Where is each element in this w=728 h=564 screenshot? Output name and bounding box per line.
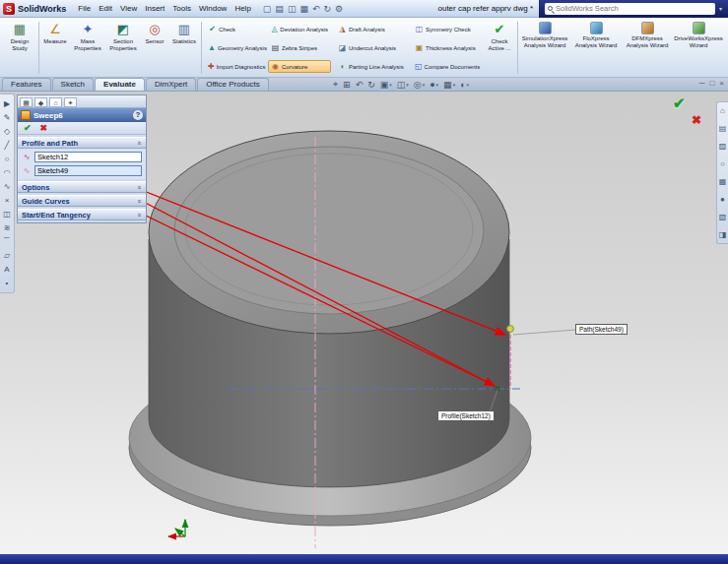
solidworks-resources-icon[interactable]: ⌂ xyxy=(720,106,725,115)
sketch-tool-icon[interactable]: ✎ xyxy=(2,112,13,123)
deviation-analysis-button[interactable]: ◬ Deviation Analysis xyxy=(268,23,331,35)
zebra-stripes-button[interactable]: ▤ Zebra Stripes xyxy=(268,41,331,54)
thickness-analysis-button[interactable]: ▣ Thickness Analysis xyxy=(412,41,481,54)
undo-icon[interactable]: ↶ xyxy=(312,2,320,16)
tab-sketch[interactable]: Sketch xyxy=(52,78,94,91)
pm-tab-featuremanager-icon[interactable]: ▦ xyxy=(20,97,33,107)
rebuild-icon[interactable]: ↻ xyxy=(323,2,331,16)
search-dropdown-icon[interactable]: ▾ xyxy=(719,5,722,12)
restore-document-icon[interactable]: □ xyxy=(709,79,714,88)
menu-help[interactable]: Help xyxy=(231,4,254,13)
pm-tab-dimxpertmanager-icon[interactable]: ✦ xyxy=(64,97,77,107)
arc-tool-icon[interactable]: ◠ xyxy=(2,167,13,178)
confirmation-cancel-icon[interactable]: ✖ xyxy=(692,113,701,127)
custom-properties-icon[interactable]: ▧ xyxy=(719,213,727,221)
zoom-fit-icon[interactable]: ⌖ xyxy=(333,79,338,90)
design-library-icon[interactable]: ▤ xyxy=(719,124,727,133)
view-settings-icon[interactable]: ◐▾ xyxy=(460,80,469,90)
check-active-button[interactable]: ✔ Check Active ... xyxy=(483,20,516,76)
dimension-tool-icon[interactable]: ◇ xyxy=(2,126,13,137)
appearances-icon[interactable]: ● xyxy=(720,195,725,204)
measure-button[interactable]: ∠ Measure xyxy=(40,20,70,76)
tab-features[interactable]: Features xyxy=(2,78,51,91)
tab-dimxpert[interactable]: DimXpert xyxy=(146,78,196,91)
section-guide-curves[interactable]: Guide Curves » xyxy=(18,195,146,207)
path-callout[interactable]: Path(Sketch49) xyxy=(575,324,628,335)
line-tool-icon[interactable]: ╱ xyxy=(2,140,13,151)
menu-view[interactable]: View xyxy=(116,4,141,13)
section-options[interactable]: Options » xyxy=(18,181,146,193)
tab-evaluate[interactable]: Evaluate xyxy=(95,78,145,91)
trim-tool-icon[interactable]: × xyxy=(2,195,13,206)
menu-tools[interactable]: Tools xyxy=(168,4,195,13)
mass-properties-button[interactable]: ✦ Mass Properties xyxy=(70,20,105,76)
point-tool-icon[interactable]: • xyxy=(2,278,13,288)
pm-tab-configurationmanager-icon[interactable]: ⌂ xyxy=(49,97,62,107)
new-document-icon[interactable]: ▢ xyxy=(263,2,272,16)
circle-tool-icon[interactable]: ○ xyxy=(2,154,13,164)
profile-callout[interactable]: Profile(Sketch12) xyxy=(437,410,495,421)
symmetry-check-button[interactable]: ◫ Symmetry Check xyxy=(412,23,481,35)
check-button[interactable]: ✔ Check xyxy=(205,23,264,35)
text-tool-icon[interactable]: A xyxy=(2,264,13,275)
search-input[interactable] xyxy=(556,4,712,13)
minimize-document-icon[interactable]: ─ xyxy=(699,79,705,88)
rotate-view-icon[interactable]: ↻ xyxy=(367,80,375,90)
symmetry-check-icon: ◫ xyxy=(415,25,424,34)
fillet-tool-icon[interactable]: ⌒ xyxy=(2,236,13,247)
floxpress-wizard-button[interactable]: FloXpress Analysis Wizard xyxy=(570,20,622,76)
mirror-tool-icon[interactable]: ◫ xyxy=(2,209,13,219)
menu-edit[interactable]: Edit xyxy=(95,4,116,13)
path-endpoint-marker[interactable] xyxy=(507,326,514,333)
file-explorer-icon[interactable]: ▨ xyxy=(719,142,727,151)
dfmxpress-wizard-button[interactable]: DFMXpress Analysis Wizard xyxy=(622,20,673,76)
profile-selection-input[interactable] xyxy=(34,152,142,162)
driveworksxpress-wizard-button[interactable]: DriveWorksXpress Wizard xyxy=(673,20,724,76)
geometry-analysis-button[interactable]: ▲ Geometry Analysis xyxy=(205,41,264,54)
options-gear-icon[interactable]: ⚙ xyxy=(335,2,343,16)
tab-office-products[interactable]: Office Products xyxy=(197,78,269,91)
select-tool-icon[interactable]: ▶ xyxy=(2,98,13,109)
statistics-button[interactable]: ▥ Statistics xyxy=(168,20,200,76)
hide-show-items-icon[interactable]: ◎▾ xyxy=(414,80,425,90)
print-icon[interactable]: ▦ xyxy=(299,2,308,16)
pm-tab-propertymanager-icon[interactable]: ◆ xyxy=(34,97,47,107)
spline-tool-icon[interactable]: ∿ xyxy=(2,181,13,192)
document-recovery-icon[interactable]: ◨ xyxy=(719,230,727,239)
menu-insert[interactable]: Insert xyxy=(141,4,168,13)
display-style-icon[interactable]: ◫▾ xyxy=(397,80,409,90)
section-properties-button[interactable]: ◩ Section Properties xyxy=(105,20,141,76)
import-diagnostics-button[interactable]: ✚ Import Diagnostics xyxy=(205,60,264,73)
close-document-icon[interactable]: × xyxy=(719,79,724,88)
sensor-button[interactable]: ◎ Sensor xyxy=(141,20,168,76)
menu-window[interactable]: Window xyxy=(195,4,231,13)
section-start-end-tangency[interactable]: Start/End Tangency » xyxy=(18,209,146,220)
simulationxpress-wizard-button[interactable]: SimulationXpress Analysis Wizard xyxy=(519,20,570,76)
design-study-button[interactable]: ▦ Design Study xyxy=(2,20,37,76)
compare-documents-button[interactable]: ◱ Compare Documents xyxy=(412,60,481,73)
view-orientation-icon[interactable]: ▣▾ xyxy=(380,80,392,90)
zoom-area-icon[interactable]: ⊞ xyxy=(343,80,351,90)
confirmation-ok-icon[interactable]: ✔ xyxy=(673,94,686,112)
path-selection-input[interactable] xyxy=(34,165,142,176)
save-icon[interactable]: ◫ xyxy=(288,2,297,16)
pm-ok-icon[interactable]: ✔ xyxy=(24,123,32,133)
help-icon[interactable]: ? xyxy=(133,110,143,120)
graphics-area[interactable]: ▶ ✎ ◇ ╱ ○ ◠ ∿ × ◫ ≋ ⌒ ▱ A • ▦ ◆ ⌂ ✦ xyxy=(0,92,728,554)
curvature-button[interactable]: ◉ Curvature xyxy=(268,60,331,73)
zebra-stripes-label: Zebra Stripes xyxy=(282,45,317,51)
plane-tool-icon[interactable]: ▱ xyxy=(2,250,13,261)
apply-scene-icon[interactable]: ▦▾ xyxy=(443,80,455,90)
section-profile-and-path[interactable]: Profile and Path « xyxy=(18,137,146,149)
edit-appearance-icon[interactable]: ●▾ xyxy=(430,80,438,90)
menu-file[interactable]: File xyxy=(74,4,95,13)
previous-view-icon[interactable]: ↶ xyxy=(356,80,364,90)
offset-tool-icon[interactable]: ≋ xyxy=(2,222,13,233)
parting-line-analysis-button[interactable]: ◖ Parting Line Analysis xyxy=(335,60,408,73)
open-document-icon[interactable]: ▤ xyxy=(275,2,284,16)
pm-cancel-icon[interactable]: ✖ xyxy=(40,123,48,133)
undercut-analysis-button[interactable]: ◪ Undercut Analysis xyxy=(335,41,408,54)
search-pane-icon[interactable]: ○ xyxy=(720,159,725,168)
view-palette-icon[interactable]: ▦ xyxy=(719,177,727,186)
draft-analysis-button[interactable]: ◮ Draft Analysis xyxy=(335,23,408,35)
